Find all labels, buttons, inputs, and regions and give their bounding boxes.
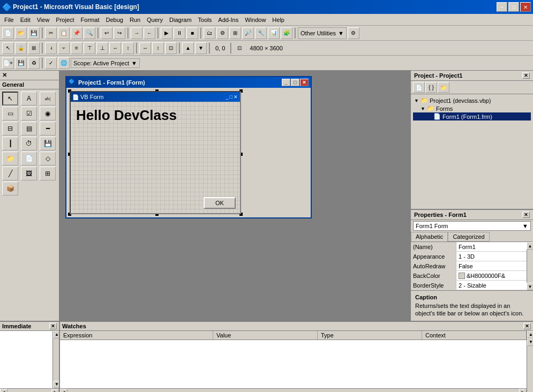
props-close-btn[interactable]: ✕ [522, 212, 530, 218]
prop-row-appearance[interactable]: Appearance 1 - 3D [411, 252, 527, 261]
menu-run[interactable]: Run [126, 16, 144, 24]
form-design-window[interactable]: 🔷 Project1 - Form1 (Form) _ □ ✕ [65, 76, 312, 218]
tree-item-project[interactable]: ▼ 📁 Project1 (devclass.vbp) [413, 96, 531, 104]
watches-close-btn[interactable]: ✕ [523, 323, 531, 329]
tool-pointer[interactable]: ↖ [2, 92, 18, 105]
close-button[interactable]: ✕ [520, 2, 531, 12]
menu-tools[interactable]: Tools [195, 16, 215, 24]
tool-shape[interactable]: ◇ [40, 152, 56, 165]
tool-listbox[interactable]: ▤ [21, 122, 37, 135]
menu-edit[interactable]: Edit [17, 16, 34, 24]
outdent-btn[interactable]: ← [144, 27, 155, 39]
menu-diagram[interactable]: Diagram [166, 16, 195, 24]
menu-window[interactable]: Window [242, 16, 269, 24]
open-btn[interactable]: 📂 [15, 27, 27, 39]
menu-format[interactable]: Format [78, 16, 103, 24]
watches-scroll-down[interactable]: ▼ [527, 338, 533, 346]
stop-btn[interactable]: ■ [186, 27, 198, 39]
align-bottom-btn[interactable]: ⊥ [96, 42, 108, 54]
indent-btn[interactable]: → [131, 27, 142, 39]
tool-combobox[interactable]: ⊟ [2, 122, 18, 135]
add-file-btn[interactable]: 📄+ [2, 57, 14, 69]
prop-value-borderstyle[interactable]: 2 - Sizable [456, 281, 527, 290]
imm-scroll-left[interactable]: ◄ [0, 389, 7, 392]
imm-h-track[interactable] [7, 389, 51, 392]
immediate-close-btn[interactable]: ✕ [49, 323, 57, 329]
minimize-button[interactable]: − [497, 2, 507, 12]
prop-row-autoredraw[interactable]: AutoRedraw False [411, 261, 527, 271]
utilities-dropdown[interactable]: Other Utilities ▼ [298, 27, 347, 39]
vb-minimize-icon[interactable]: _ [226, 94, 229, 100]
send-back-btn[interactable]: ▼ [195, 42, 207, 54]
view-object-btn[interactable]: 📄 [413, 82, 425, 93]
project-explorer-btn[interactable]: 🗂 [204, 27, 215, 39]
watches-scroll-right[interactable]: ► [519, 389, 527, 392]
menu-debug[interactable]: Debug [102, 16, 126, 24]
same-size-btn[interactable]: ⊡ [165, 42, 177, 54]
undo-btn[interactable]: ↩ [101, 27, 112, 39]
bring-front-btn[interactable]: ▲ [182, 42, 194, 54]
prop-row-borderstyle[interactable]: BorderStyle 2 - Sizable [411, 281, 527, 290]
ok-button[interactable]: OK [204, 197, 236, 209]
immediate-input[interactable] [0, 331, 52, 388]
menu-help[interactable]: Help [269, 16, 288, 24]
menu-query[interactable]: Query [144, 16, 166, 24]
imm-scroll-down[interactable]: ▼ [53, 381, 59, 388]
find-btn[interactable]: 🔍 [84, 27, 95, 39]
menu-file[interactable]: File [1, 16, 17, 24]
prop-value-name[interactable]: Form1 [456, 242, 527, 251]
tool-filelistbox[interactable]: 📄 [21, 152, 37, 165]
tree-item-forms[interactable]: ▼ 📁 Forms [413, 104, 531, 112]
prop-value-autoredraw[interactable]: False [456, 261, 527, 270]
watches-scroll-up[interactable]: ▲ [527, 331, 533, 338]
form-maximize-btn[interactable]: □ [291, 79, 299, 86]
globe-btn[interactable]: 🌐 [58, 57, 70, 69]
tool-drivelistbox[interactable]: 💾 [40, 137, 56, 150]
data-view-btn[interactable]: 📊 [268, 27, 280, 39]
design-canvas[interactable]: 🔷 Project1 - Form1 (Form) _ □ ✕ [60, 71, 410, 321]
redo-btn[interactable]: ↪ [114, 27, 125, 39]
imm-scroll-up[interactable]: ▲ [53, 331, 59, 338]
break-btn[interactable]: ⏸ [174, 27, 185, 39]
imm-scroll-track[interactable] [53, 338, 59, 381]
maximize-button[interactable]: □ [508, 2, 519, 12]
same-height-btn[interactable]: ↕ [152, 42, 164, 54]
menu-addins[interactable]: Add-Ins [215, 16, 242, 24]
align-left-btn[interactable]: ⫞ [45, 42, 57, 54]
vb-form[interactable]: 📄 VB Form _ □ ✕ Hello DevClass OK [70, 91, 241, 214]
tool-image[interactable]: 🖼 [21, 167, 37, 180]
prop-value-appearance[interactable]: 1 - 3D [456, 252, 527, 261]
view-code-btn[interactable]: { } [425, 82, 437, 93]
imm-scroll-right[interactable]: ► [51, 389, 59, 392]
toolbox-close-btn[interactable]: ✕ [2, 72, 7, 79]
scope-dropdown[interactable]: Scope: Active Project ▼ [71, 58, 140, 68]
same-width-btn[interactable]: ↔ [139, 42, 151, 54]
prop-row-name[interactable]: (Name) Form1 [411, 242, 527, 252]
center-h-btn[interactable]: ↔ [109, 42, 121, 54]
tool-optionbutton[interactable]: ◉ [40, 107, 56, 120]
properties-btn[interactable]: ⚙ [216, 27, 228, 39]
tool-timer[interactable]: ⏱ [21, 137, 37, 150]
tool-dirlistbox[interactable]: 📁 [2, 152, 18, 165]
run-btn[interactable]: ▶ [161, 27, 172, 39]
tool-vscrollbar[interactable]: ┃ [2, 137, 18, 150]
align-top-btn[interactable]: ⊤ [84, 42, 95, 54]
form-minimize-btn[interactable]: _ [282, 79, 290, 86]
align-btn[interactable]: ⊞ [28, 42, 40, 54]
tab-categorized[interactable]: Categorized [448, 232, 489, 242]
tree-item-form1[interactable]: 📄 Form1 (Form1.frm) [413, 112, 531, 120]
save-btn[interactable]: 💾 [28, 27, 40, 39]
align-center-btn[interactable]: ≡ [71, 42, 82, 54]
tab-alphabetic[interactable]: Alphabetic [411, 232, 448, 242]
watches-h-track[interactable] [67, 389, 519, 392]
prop-value-backcolor[interactable]: &H8000000F& [456, 271, 527, 280]
tool-checkbox[interactable]: ☑ [21, 107, 37, 120]
cut-btn[interactable]: ✂ [45, 27, 57, 39]
prop-row-backcolor[interactable]: BackColor &H8000000F& [411, 271, 527, 281]
lock-btn[interactable]: 🔒 [15, 42, 27, 54]
new-project-btn[interactable]: 📄 [2, 27, 14, 39]
object-dropdown[interactable]: Form1 Form ▼ [413, 221, 531, 231]
object-browser-btn[interactable]: 🔎 [242, 27, 254, 39]
toggle-folders-btn[interactable]: 📁 [438, 82, 449, 93]
tool-ole[interactable]: 📦 [2, 182, 18, 195]
